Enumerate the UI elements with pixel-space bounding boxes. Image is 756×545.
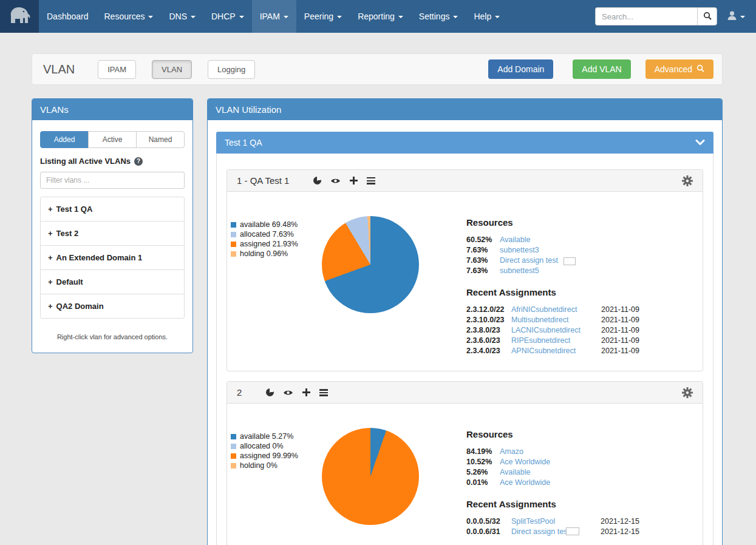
vlan-item-label: Test 2 — [56, 229, 79, 238]
vlan-filter-tabs: Added Active Named — [40, 131, 185, 148]
gear-icon[interactable] — [682, 387, 693, 398]
vlan-list-item[interactable]: +Default — [41, 269, 184, 294]
nav-label: Peering — [304, 12, 333, 21]
resource-link[interactable]: Available — [500, 235, 531, 245]
nav-item-dhcp[interactable]: DHCP — [203, 0, 252, 33]
card-header: 1 - QA Test 1 — [227, 170, 703, 192]
domain-section-title: Test 1 QA — [225, 138, 262, 147]
legend-label: holding 0.96% — [240, 249, 288, 259]
pie-chart-icon[interactable] — [313, 177, 321, 184]
page-toolbar: VLAN IPAM VLAN Logging Add Domain Add VL… — [32, 53, 723, 85]
search-icon — [703, 12, 712, 22]
nav-item-reporting[interactable]: Reporting — [350, 0, 411, 33]
assignment-link[interactable]: Direct assign test — [511, 527, 570, 537]
legend-label: assigned 21.93% — [240, 239, 298, 249]
assignment-date: 2021-11-09 — [595, 346, 639, 356]
tab-ipam[interactable]: IPAM — [98, 60, 136, 79]
caret-down-icon — [740, 16, 745, 18]
vlan-list-item[interactable]: +QA2 Domain — [41, 294, 184, 318]
help-icon[interactable]: ? — [134, 157, 143, 166]
resource-link[interactable]: Ace Worldwide — [500, 457, 550, 467]
legend-swatch — [231, 453, 236, 459]
resource-pct: 0.01% — [466, 478, 500, 488]
assignment-row: 2.3.12.0/22 AfriNICsubnetdirect 2021-11-… — [466, 305, 639, 315]
nav-item-help[interactable]: Help — [466, 0, 508, 33]
tab-active[interactable]: Active — [88, 131, 137, 148]
nav-item-dashboard[interactable]: Dashboard — [39, 0, 97, 33]
vlan-list-item[interactable]: +Test 2 — [41, 221, 184, 245]
resource-pct: 7.63% — [466, 245, 500, 256]
user-menu[interactable] — [726, 10, 746, 23]
nav-label: DNS — [169, 12, 187, 21]
resource-row: 60.52% Available — [466, 235, 639, 245]
app-logo[interactable] — [0, 0, 39, 33]
legend-swatch — [231, 434, 236, 439]
plus-icon[interactable] — [350, 177, 358, 184]
nav-item-peering[interactable]: Peering — [296, 0, 350, 33]
tab-added[interactable]: Added — [40, 131, 89, 148]
add-vlan-button[interactable]: Add VLAN — [573, 59, 630, 79]
resource-link[interactable]: Direct assign test — [500, 256, 558, 266]
vlan-page: Dashboard Resources DNS DHCP IPAM Peerin… — [0, 0, 756, 545]
assignment-cidr: 2.3.6.0/23 — [466, 336, 511, 346]
assignment-row: 2.3.6.0/23 RIPEsubnetdirect 2021-11-09 — [466, 336, 639, 346]
tab-named[interactable]: Named — [136, 131, 185, 148]
eye-icon[interactable] — [283, 389, 293, 396]
card-actions — [313, 177, 375, 184]
menu-bars-icon[interactable] — [367, 177, 375, 184]
card-title: 1 - QA Test 1 — [237, 175, 289, 186]
menu-bars-icon[interactable] — [319, 389, 328, 396]
resource-link[interactable]: Amazo — [500, 447, 523, 457]
search-input[interactable] — [595, 7, 697, 25]
assignment-link[interactable]: SplitTestPool — [511, 516, 555, 527]
gear-icon[interactable] — [682, 175, 693, 186]
assignment-cidr: 0.0.0.5/32 — [466, 516, 511, 527]
resources-heading: Resources — [466, 217, 639, 228]
eye-icon[interactable] — [330, 177, 341, 184]
vlan-filter-input[interactable] — [40, 172, 185, 189]
legend-row: allocated 0% — [231, 441, 322, 451]
search-button[interactable] — [697, 7, 717, 25]
plus-icon[interactable] — [302, 388, 310, 396]
vlans-panel-body: Added Active Named Listing all Active VL… — [32, 120, 192, 353]
nav-item-resources[interactable]: Resources — [97, 0, 162, 33]
assignment-link[interactable]: APNICsubnetdirect — [511, 346, 576, 356]
assignment-link[interactable]: RIPEsubnetdirect — [511, 336, 570, 346]
resource-link[interactable]: subnettest5 — [500, 266, 539, 276]
assignment-date: 2021-12-15 — [594, 516, 639, 527]
nav-item-dns[interactable]: DNS — [161, 0, 203, 33]
caret-down-icon — [453, 16, 458, 18]
nav-item-ipam[interactable]: IPAM — [252, 0, 296, 33]
legend-label: allocated 0% — [240, 441, 284, 451]
resource-pct: 84.19% — [466, 447, 500, 457]
nav-item-settings[interactable]: Settings — [411, 0, 466, 33]
tab-vlan[interactable]: VLAN — [152, 60, 192, 79]
utilization-legend: available 69.48% allocated 7.63% assigne… — [231, 220, 322, 356]
add-domain-button[interactable]: Add Domain — [488, 59, 553, 79]
resource-link[interactable]: subnettest3 — [500, 245, 539, 256]
domain-section-header[interactable]: Test 1 QA — [216, 132, 713, 154]
utilization-pie-chart[interactable] — [322, 216, 419, 313]
legend-row: available 5.27% — [231, 432, 322, 441]
vlan-list-item[interactable]: +An Extended Domain 1 — [41, 245, 184, 269]
advanced-search-button[interactable]: Advanced — [645, 59, 713, 79]
caret-down-icon — [398, 16, 403, 18]
resource-link[interactable]: Ace Worldwide — [500, 478, 550, 488]
assignment-date: 2021-11-09 — [595, 336, 639, 346]
assignment-cidr: 2.3.4.0/23 — [466, 346, 511, 356]
assignment-row: 0.0.0.6/31 Direct assign test 2021-12-15 — [466, 527, 639, 537]
assignment-link[interactable]: LACNICsubnetdirect — [511, 325, 581, 336]
search-icon — [696, 64, 704, 74]
top-navbar: Dashboard Resources DNS DHCP IPAM Peerin… — [0, 0, 756, 33]
navbar-right — [595, 0, 756, 33]
assignment-link[interactable]: Multisubnetdirect — [511, 315, 569, 325]
utilization-pie-chart[interactable] — [322, 428, 419, 525]
stray-empty-box — [564, 257, 576, 265]
utilization-legend: available 5.27% allocated 0% assigned 99… — [231, 432, 322, 537]
pie-chart-icon[interactable] — [266, 388, 274, 396]
assignment-link[interactable]: AfriNICsubnetdirect — [511, 305, 577, 315]
tab-logging[interactable]: Logging — [208, 60, 255, 79]
resource-link[interactable]: Available — [500, 467, 531, 478]
vlan-list-item[interactable]: +Test 1 QA — [41, 197, 184, 221]
chevron-down-icon[interactable] — [695, 140, 705, 146]
